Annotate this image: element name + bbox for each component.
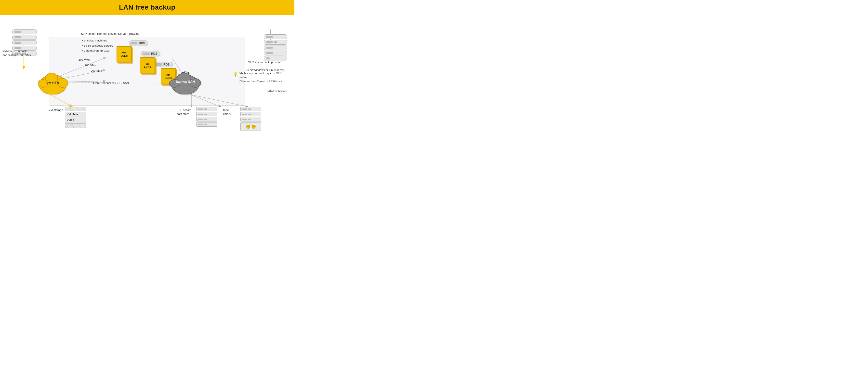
- tape-disk-row: [241, 107, 261, 111]
- rds-pill-2: RDS: [141, 51, 160, 56]
- disk-row: [196, 122, 217, 127]
- disk-row: [196, 107, 217, 111]
- sep-data-store-unit: [196, 107, 217, 127]
- legend-line: [255, 91, 265, 91]
- tape-disk-row: [241, 117, 261, 121]
- tip-area: 💡 VM backup does not require a SEP sesam…: [233, 71, 287, 86]
- tape-reel-1: [246, 125, 250, 129]
- vm-luns-group-1: VM LUNs: [117, 46, 133, 64]
- server-unit: [264, 45, 287, 50]
- tape-reel-2: [252, 125, 256, 129]
- vms-label-3: 200 VMs: [91, 69, 102, 73]
- tape-disk-row: [241, 112, 261, 116]
- legend-label: LAN-free backup: [267, 90, 287, 93]
- rds-slot: [130, 42, 137, 44]
- rdss-title: SEP sesam Remote Device Servers (RDSs): [81, 32, 138, 36]
- disk-row: [196, 117, 217, 121]
- vm-storage-label: VM storage: [49, 108, 63, 112]
- vms-label-1: 200 VMs: [79, 58, 90, 62]
- diagram-area: VMware ESXi hosts (for example, 600 VMs …: [0, 15, 294, 138]
- server-unit: [12, 29, 37, 34]
- sep-data-store-label: SEP sesam data store: [177, 108, 191, 116]
- rds-slot: [143, 53, 150, 55]
- server-unit: [12, 40, 37, 45]
- rds-bullets: • physical machines • 64-bit Windows ser…: [82, 38, 113, 53]
- fibre-channel-label: Fibre Channel or iSCSI SAN: [93, 81, 129, 85]
- esxi-label: VMware ESXi hosts (for example, 600 VMs …: [2, 49, 33, 57]
- server-unit: [264, 34, 287, 39]
- vms-label-2: 200 VMs: [85, 63, 96, 67]
- vm-luns-group-2: VM LUNs: [140, 57, 157, 76]
- tape-library-label: tape library: [223, 108, 231, 116]
- tip-text: VM backup does not require a SEP sesam C…: [240, 71, 287, 84]
- vm-luns-box-2: VM LUNs: [140, 57, 155, 73]
- tape-library-unit: [241, 107, 261, 131]
- server-unit: [264, 40, 287, 45]
- vm-luns-box-1: VM LUNs: [117, 46, 132, 62]
- vm-storage-unit: VM disks VMFS: [65, 107, 86, 128]
- vmsan-cloud: VM SAN: [36, 67, 70, 95]
- svg-rect-31: [181, 92, 189, 94]
- svg-rect-25: [49, 92, 56, 94]
- disk-row: [196, 112, 217, 116]
- sep-server-label: SEP sesam backup Server (64-bit Windows …: [241, 60, 289, 72]
- sep-server-stack: [264, 34, 287, 61]
- server-unit: [264, 51, 287, 56]
- server-unit: [12, 35, 37, 40]
- page-title: LAN free backup: [119, 3, 176, 11]
- title-bar: LAN free backup: [0, 0, 294, 15]
- tape-drive-unit: [241, 122, 261, 131]
- svg-text:Backup SAN: Backup SAN: [176, 80, 195, 84]
- backupsan-cloud: Backup SAN: [167, 67, 204, 95]
- tape-disk-stack: [241, 107, 261, 121]
- disk-stack: [196, 107, 217, 127]
- svg-text:VM SAN: VM SAN: [46, 81, 59, 85]
- legend: LAN-free backup: [255, 90, 287, 93]
- bulb-icon: 💡: [233, 71, 238, 77]
- rds-pill-1: RDS: [129, 40, 148, 46]
